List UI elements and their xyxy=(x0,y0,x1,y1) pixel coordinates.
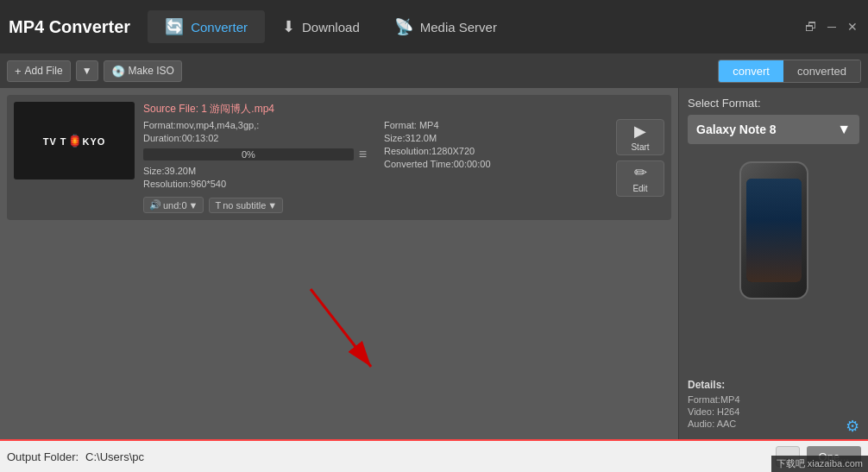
output-label: Output Folder: xyxy=(7,450,79,463)
progress-bar-container: 0% ≡ xyxy=(143,147,367,162)
minimize-button[interactable]: ─ xyxy=(825,20,839,34)
audio-button[interactable]: 🔊 und:0 ▼ xyxy=(143,197,204,213)
duration: Duration:00:13:02 xyxy=(143,133,367,143)
info-col-left: Format:mov,mp4,m4a,3gp,: Duration:00:13:… xyxy=(143,120,367,192)
format-detail: Format:MP4 xyxy=(688,394,740,405)
make-iso-icon: 💿 xyxy=(111,65,125,78)
file-info: Source File: 1 游闯博人.mp4 Format:mov,mp4,m… xyxy=(143,102,607,213)
subtitle-icon: T xyxy=(215,200,221,211)
tv-tokyo-logo: TV T🏮KYO xyxy=(43,133,106,148)
format-details: Details: Format:MP4 Video: H264 Audio: A… xyxy=(688,379,740,431)
svg-line-1 xyxy=(311,289,371,367)
info-col-right: Format: MP4 Size:312.0M Resolution:1280X… xyxy=(384,120,607,192)
media-controls: 🔊 und:0 ▼ T no subtitle ▼ xyxy=(143,197,607,213)
device-image xyxy=(739,161,808,299)
resolution-left: Resolution:960*540 xyxy=(143,179,367,189)
tab-download[interactable]: ⬇ Download xyxy=(265,10,377,43)
progress-bar: 0% xyxy=(143,148,354,160)
phone-screen xyxy=(746,179,802,282)
edit-label: Edit xyxy=(632,184,647,193)
format-right: Format: MP4 xyxy=(384,120,607,130)
format-name: Galaxy Note 8 xyxy=(696,123,837,136)
add-file-button[interactable]: + Add File xyxy=(7,60,71,82)
phone-screen-content xyxy=(746,179,802,282)
file-actions: ▶ Start ✏ Edit xyxy=(616,102,664,213)
add-file-icon: + xyxy=(15,65,22,78)
sort-icon[interactable]: ≡ xyxy=(359,147,367,162)
file-item: TV T🏮KYO Source File: 1 游闯博人.mp4 Format:… xyxy=(7,95,671,220)
close-button[interactable]: ✕ xyxy=(846,20,859,34)
format-left: Format:mov,mp4,m4a,3gp,: xyxy=(143,120,367,130)
tab-converter-label: Converter xyxy=(191,20,248,35)
right-panel: Select Format: Galaxy Note 8 ▼ Details: … xyxy=(678,88,868,439)
download-icon: ⬇ xyxy=(282,17,295,36)
start-icon: ▶ xyxy=(634,122,646,141)
video-detail: Video: H264 xyxy=(688,406,740,417)
file-thumbnail: TV T🏮KYO xyxy=(14,102,135,179)
converter-icon: 🔄 xyxy=(165,17,184,36)
details-label: Details: xyxy=(688,379,740,391)
subtitle-arrow: ▼ xyxy=(267,200,277,211)
tab-converter[interactable]: 🔄 Converter xyxy=(148,10,265,43)
source-file-line: Source File: 1 游闯博人.mp4 xyxy=(143,102,607,116)
convert-tabs: convert converted xyxy=(718,60,861,83)
make-iso-button[interactable]: 💿 Make ISO xyxy=(104,60,182,82)
info-cols: Format:mov,mp4,m4a,3gp,: Duration:00:13:… xyxy=(143,120,607,192)
resolution-right: Resolution:1280X720 xyxy=(384,146,607,156)
format-selector[interactable]: Galaxy Note 8 ▼ xyxy=(688,115,859,144)
convert-tab[interactable]: convert xyxy=(719,60,783,82)
main-content: TV T🏮KYO Source File: 1 游闯博人.mp4 Format:… xyxy=(0,88,868,439)
left-panel: TV T🏮KYO Source File: 1 游闯博人.mp4 Format:… xyxy=(0,88,678,439)
title-bar: MP4 Converter 🔄 Converter ⬇ Download 📡 M… xyxy=(0,0,868,53)
media-server-icon: 📡 xyxy=(394,17,413,36)
tab-download-label: Download xyxy=(302,20,360,35)
restore-button[interactable]: 🗗 xyxy=(804,20,818,34)
size-right: Size:312.0M xyxy=(384,133,607,143)
edit-icon: ✏ xyxy=(634,163,647,182)
converted-tab[interactable]: converted xyxy=(783,60,860,82)
audio-detail: Audio: AAC xyxy=(688,419,740,429)
size-left: Size:39.20M xyxy=(143,166,367,176)
app-title: MP4 Converter xyxy=(9,17,130,37)
start-button[interactable]: ▶ Start xyxy=(616,119,664,155)
audio-label: und:0 xyxy=(163,200,187,211)
progress-text: 0% xyxy=(242,149,255,160)
add-file-arrow-button[interactable]: ▼ xyxy=(76,60,98,81)
output-path: C:\Users\pc xyxy=(85,450,768,463)
start-label: Start xyxy=(631,142,649,152)
subtitle-button[interactable]: T no subtitle ▼ xyxy=(209,198,283,213)
make-iso-label: Make ISO xyxy=(129,65,174,77)
bottom-bar: Output Folder: C:\Users\pc ... Ope... xyxy=(0,439,868,472)
edit-button[interactable]: ✏ Edit xyxy=(616,160,664,197)
converted-time: Converted Time:00:00:00 xyxy=(384,159,607,169)
nav-tabs: 🔄 Converter ⬇ Download 📡 Media Server xyxy=(148,10,804,43)
watermark: 下载吧 xiazaiba.com xyxy=(771,456,868,472)
tab-media-server[interactable]: 📡 Media Server xyxy=(377,10,514,43)
phone-body xyxy=(739,161,808,299)
gear-icon[interactable]: ⚙ xyxy=(846,417,859,436)
toolbar: + Add File ▼ 💿 Make ISO convert converte… xyxy=(0,53,868,88)
arrow-annotation xyxy=(293,280,397,387)
tab-media-server-label: Media Server xyxy=(420,20,497,35)
window-controls: 🗗 ─ ✕ xyxy=(804,20,859,34)
audio-arrow: ▼ xyxy=(189,200,198,211)
audio-icon: 🔊 xyxy=(149,199,161,211)
subtitle-label: no subtitle xyxy=(223,200,266,211)
select-format-label: Select Format: xyxy=(688,97,761,110)
format-dropdown-icon: ▼ xyxy=(837,122,851,137)
add-file-label: Add File xyxy=(25,65,63,77)
